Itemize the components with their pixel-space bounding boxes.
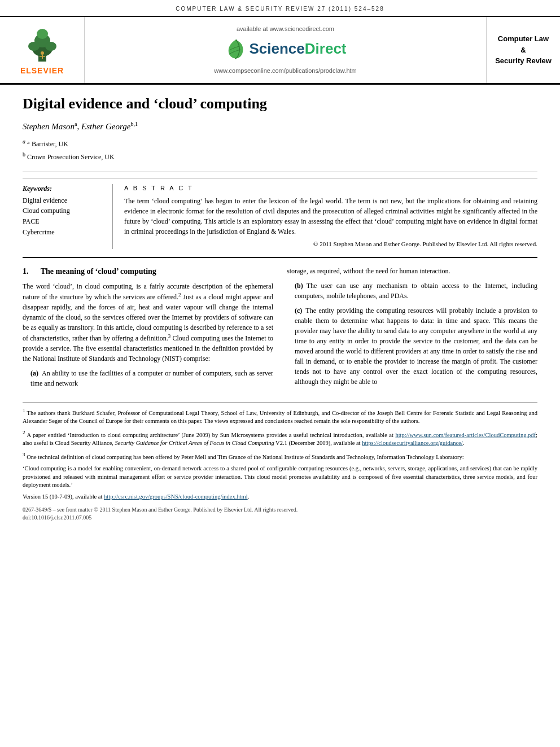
abstract-section: Keywords: Digital evidence Cloud computi… — [23, 178, 537, 249]
footnote-link-1[interactable]: http://www.sun.com/featured-articles/Clo… — [395, 432, 536, 438]
sciencedirect-leaf-icon — [225, 38, 247, 60]
section1-para1: The word ‘cloud’, in cloud computing, is… — [23, 281, 273, 364]
elsevier-label: ELSEVIER — [20, 65, 64, 77]
affiliation-b: b Crown Prosecution Service, UK — [23, 150, 537, 163]
keywords-label: Keywords: — [23, 184, 106, 194]
keyword-3: PACE — [23, 217, 106, 226]
footnotes-area: 1 The authors thank Burkhard Schafer, Pr… — [23, 402, 537, 522]
footnote-1: 1 The authors thank Burkhard Schafer, Pr… — [23, 407, 537, 426]
author2: Esther Georgeb,1 — [81, 122, 138, 131]
footnote-link-3[interactable]: http://csrc.nist.gov/groups/SNS/cloud-co… — [104, 493, 248, 500]
journal-name: Computer Law & Security Review — [495, 33, 552, 67]
website-url: www.compseconline.com/publications/prodc… — [214, 67, 357, 75]
author1: Stephen Masona — [23, 122, 77, 131]
author-names: Stephen Masona, Esther Georgeb,1 — [23, 122, 138, 131]
body-content: 1. The meaning of ‘cloud’ computing The … — [23, 257, 537, 394]
svg-point-6 — [41, 51, 44, 55]
sciencedirect-logo: ScienceDirect — [225, 38, 347, 60]
svg-point-5 — [45, 42, 56, 51]
section1-number: 1. — [23, 267, 29, 276]
keywords-column: Keywords: Digital evidence Cloud computi… — [23, 184, 113, 249]
article-container: Digital evidence and ‘cloud’ computing S… — [0, 85, 560, 527]
list-item-b: (b)The user can use any mechanism to obt… — [295, 281, 537, 301]
available-text: available at www.sciencedirect.com — [237, 25, 334, 33]
footer-issn: 0267-3649/$ – see front matter © 2011 St… — [23, 506, 537, 514]
center-brand: available at www.sciencedirect.com Scien… — [85, 17, 487, 83]
journal-header: COMPUTER LAW & SECURITY REVIEW 27 (2011)… — [0, 0, 560, 17]
elsevier-logo: ELSEVIER — [0, 17, 85, 83]
abstract-text: The term ‘cloud computing’ has begun to … — [124, 196, 537, 237]
affiliations: a ᵃ Barrister, UK b Crown Prosecution Se… — [23, 137, 537, 162]
footer-doi: doi:10.1016/j.clsr.2011.07.005 — [23, 514, 537, 522]
footnote-link-2[interactable]: https://cloudsecurityalliance.org/guidan… — [362, 440, 463, 446]
sciencedirect-text: ScienceDirect — [250, 38, 347, 59]
abstract-column: A B S T R A C T The term ‘cloud computin… — [124, 184, 537, 249]
abstract-label: A B S T R A C T — [124, 184, 537, 193]
right-brand: Computer Law & Security Review — [487, 17, 560, 83]
section1-para-right1: storage, as required, without the need f… — [287, 266, 537, 276]
abstract-copyright: © 2011 Stephen Mason and Esther George. … — [124, 240, 537, 248]
affiliation-a: a ᵃ Barrister, UK — [23, 137, 537, 150]
right-column: storage, as required, without the need f… — [287, 266, 537, 394]
left-column: 1. The meaning of ‘cloud’ computing The … — [23, 266, 273, 394]
svg-point-4 — [28, 42, 40, 51]
keyword-1: Digital evidence — [23, 196, 106, 206]
list-item-a: (a)An ability to use the facilities of a… — [30, 368, 273, 388]
section1-title: The meaning of ‘cloud’ computing — [41, 267, 156, 276]
journal-title: COMPUTER LAW & SECURITY REVIEW 27 (2011)… — [176, 6, 384, 12]
footnote-2: 2 A paper entitled ‘Introduction to clou… — [23, 429, 537, 448]
divider1 — [23, 172, 537, 172]
keyword-4: Cybercrime — [23, 228, 106, 237]
brand-area: ELSEVIER available at www.sciencedirect.… — [0, 17, 560, 85]
authors: Stephen Masona, Esther Georgeb,1 — [23, 120, 537, 133]
footnote-3-extended: ‘Cloud computing is a model for enabling… — [23, 465, 537, 490]
section1-heading: 1. The meaning of ‘cloud’ computing — [23, 266, 273, 277]
footnote-3: 3 One technical definition of cloud comp… — [23, 451, 537, 461]
keyword-2: Cloud computing — [23, 206, 106, 216]
list-item-c: (c)The entity providing the computing re… — [295, 305, 537, 387]
article-title: Digital evidence and ‘cloud’ computing — [23, 95, 537, 112]
elsevier-tree-icon — [17, 24, 68, 63]
svg-point-3 — [37, 29, 48, 39]
footnote-3-version: Version 15 (10-7-09), available at http:… — [23, 493, 537, 501]
